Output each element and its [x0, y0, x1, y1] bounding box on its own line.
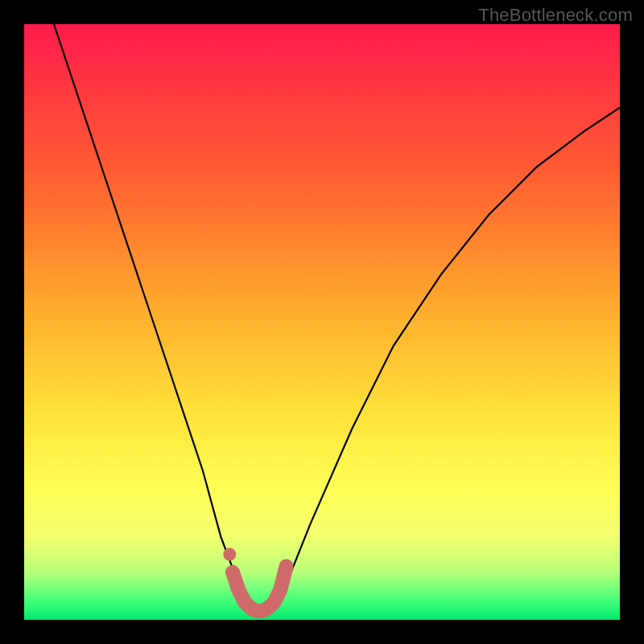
- bottleneck-curve: [54, 24, 620, 614]
- watermark-text: TheBottleneck.com: [478, 5, 633, 26]
- highlight-band: [233, 566, 287, 611]
- plot-area: [24, 24, 620, 620]
- chart-svg: [24, 24, 620, 620]
- chart-frame: TheBottleneck.com: [0, 0, 644, 644]
- highlight-dot: [223, 548, 236, 561]
